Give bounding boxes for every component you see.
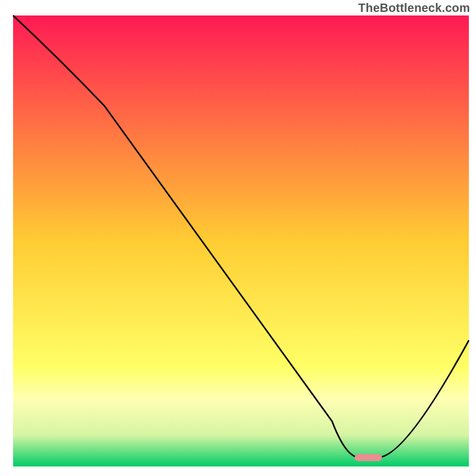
chart-svg xyxy=(0,0,476,476)
bottleneck-chart: TheBottleneck.com xyxy=(0,0,476,476)
highlight-marker xyxy=(355,454,382,461)
